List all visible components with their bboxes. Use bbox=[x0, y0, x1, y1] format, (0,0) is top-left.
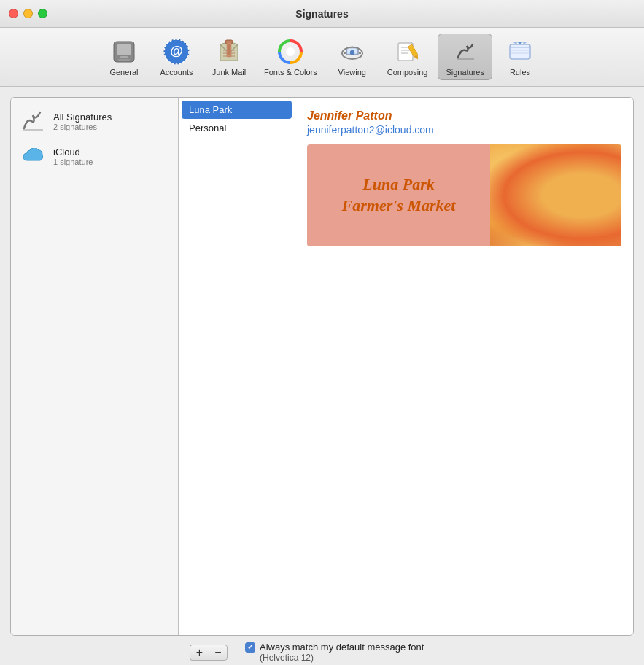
toolbar-item-signatures[interactable]: Signatures bbox=[438, 34, 492, 80]
preview-banner: Luna Park Farmer's Market bbox=[307, 144, 621, 246]
signature-item-luna-park[interactable]: Luna Park bbox=[182, 101, 292, 119]
rules-icon bbox=[505, 37, 535, 66]
signature-item-personal[interactable]: Personal bbox=[182, 119, 292, 137]
remove-signature-button[interactable]: − bbox=[209, 645, 228, 661]
banner-image-area bbox=[490, 144, 621, 246]
svg-rect-29 bbox=[510, 44, 530, 59]
preview-name: Jennifer Patton bbox=[307, 109, 621, 122]
signatures-list-panel: Luna Park Personal bbox=[179, 98, 295, 635]
preview-email: jenniferpatton2@icloud.com bbox=[307, 124, 621, 136]
icloud-name: iCloud bbox=[53, 147, 169, 158]
composing-icon bbox=[393, 37, 422, 66]
icloud-icon bbox=[20, 143, 46, 169]
toolbar-item-fonts-colors[interactable]: Fonts & Colors bbox=[257, 34, 325, 79]
toolbar-item-composing[interactable]: Composing bbox=[380, 34, 435, 79]
viewing-icon bbox=[338, 37, 367, 66]
icloud-count: 1 signature bbox=[53, 158, 169, 166]
all-signatures-info: All Signatures 2 signatures bbox=[53, 112, 169, 131]
junk-mail-icon bbox=[214, 37, 244, 66]
always-match-font-label: Always match my default message font bbox=[260, 642, 424, 653]
accounts-panel: All Signatures 2 signatures iCloud 1 sig… bbox=[11, 98, 179, 635]
panels-container: All Signatures 2 signatures iCloud 1 sig… bbox=[10, 97, 634, 636]
general-label: General bbox=[109, 68, 138, 77]
rules-label: Rules bbox=[510, 68, 530, 77]
banner-text-area: Luna Park Farmer's Market bbox=[307, 144, 490, 246]
svg-rect-3 bbox=[118, 59, 130, 61]
grapefruit-image bbox=[490, 144, 621, 246]
toolbar-item-accounts[interactable]: @ Accounts bbox=[152, 34, 201, 79]
fonts-colors-icon bbox=[276, 37, 305, 66]
toolbar-item-junk-mail[interactable]: Junk Mail bbox=[204, 34, 254, 79]
banner-business-name: Luna Park Farmer's Market bbox=[342, 174, 456, 216]
svg-point-20 bbox=[350, 50, 354, 55]
composing-label: Composing bbox=[387, 68, 428, 77]
viewing-label: Viewing bbox=[338, 68, 366, 77]
all-signatures-item[interactable]: All Signatures 2 signatures bbox=[11, 104, 178, 139]
close-button[interactable] bbox=[9, 9, 18, 18]
fonts-colors-label: Fonts & Colors bbox=[264, 68, 317, 77]
signatures-label: Signatures bbox=[446, 68, 484, 77]
icloud-item[interactable]: iCloud 1 signature bbox=[11, 139, 178, 174]
add-remove-group: + − bbox=[190, 645, 228, 661]
svg-rect-2 bbox=[120, 56, 128, 58]
title-bar: Signatures bbox=[0, 0, 644, 28]
svg-rect-1 bbox=[117, 44, 131, 55]
signature-preview-panel: Jennifer Patton jenniferpatton2@icloud.c… bbox=[295, 98, 633, 635]
signatures-icon bbox=[451, 37, 480, 66]
always-match-font-row: ✓ Always match my default message font bbox=[245, 642, 424, 653]
bottom-buttons-row: + − ✓ Always match my default message fo… bbox=[10, 636, 634, 663]
accounts-icon: @ bbox=[162, 37, 191, 66]
toolbar-item-general[interactable]: General bbox=[99, 34, 149, 79]
svg-point-14 bbox=[286, 47, 295, 56]
minimize-button[interactable] bbox=[23, 9, 33, 18]
maximize-button[interactable] bbox=[38, 9, 47, 18]
all-signatures-count: 2 signatures bbox=[53, 122, 169, 131]
accounts-label: Accounts bbox=[160, 68, 193, 77]
window-controls bbox=[9, 9, 47, 18]
svg-text:@: @ bbox=[170, 44, 183, 58]
icloud-info: iCloud 1 signature bbox=[53, 147, 169, 166]
toolbar-item-viewing[interactable]: Viewing bbox=[327, 34, 377, 79]
junk-mail-label: Junk Mail bbox=[212, 68, 246, 77]
toolbar: General @ Accounts bbox=[0, 28, 644, 87]
always-match-font-checkbox[interactable]: ✓ bbox=[245, 642, 255, 653]
add-signature-button[interactable]: + bbox=[190, 645, 209, 661]
main-content: All Signatures 2 signatures iCloud 1 sig… bbox=[0, 87, 644, 665]
font-hint: (Helvetica 12) bbox=[260, 653, 424, 663]
general-icon bbox=[109, 37, 139, 66]
font-options-area: ✓ Always match my default message font (… bbox=[245, 642, 424, 663]
all-signatures-icon bbox=[20, 108, 46, 134]
all-signatures-name: All Signatures bbox=[53, 112, 169, 122]
window-title: Signatures bbox=[295, 8, 348, 20]
toolbar-item-rules[interactable]: Rules bbox=[495, 34, 545, 79]
